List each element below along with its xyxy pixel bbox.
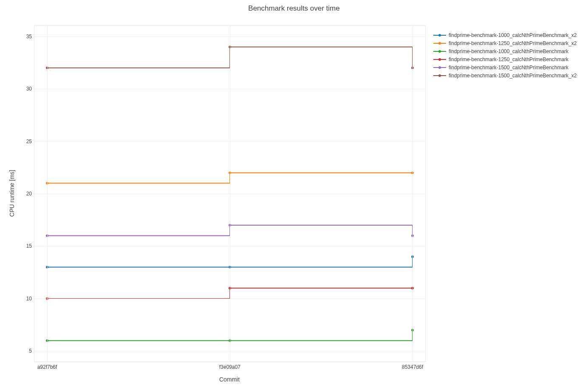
legend-swatch-icon: [433, 65, 446, 70]
legend-swatch-icon: [433, 49, 446, 54]
x-axis-title: Commit: [219, 376, 240, 383]
legend-swatch-icon: [433, 57, 446, 62]
grid-line-vertical: [230, 26, 230, 362]
chart-container: Benchmark results over time CPU runtime …: [0, 0, 588, 390]
legend-item[interactable]: findprime-benchmark-1000_calcNthPrimeBen…: [433, 48, 577, 55]
x-tick-label: 85347d6f: [402, 362, 423, 370]
y-tick-label: 20: [26, 191, 34, 197]
legend-swatch-icon: [433, 73, 446, 78]
grid-line-vertical: [413, 26, 413, 362]
legend-item[interactable]: findprime-benchmark-1250_calcNthPrimeBen…: [433, 40, 577, 47]
legend-item[interactable]: findprime-benchmark-1500_calcNthPrimeBen…: [433, 64, 577, 71]
grid-line-vertical: [47, 26, 48, 362]
legend-item[interactable]: findprime-benchmark-1500_calcNthPrimeBen…: [433, 72, 577, 79]
y-tick-label: 30: [26, 86, 34, 92]
legend-label: findprime-benchmark-1500_calcNthPrimeBen…: [449, 65, 568, 71]
chart-title: Benchmark results over time: [0, 4, 588, 13]
legend-label: findprime-benchmark-1000_calcNthPrimeBen…: [449, 32, 577, 38]
legend-swatch-icon: [433, 41, 446, 46]
legend-label: findprime-benchmark-1000_calcNthPrimeBen…: [449, 48, 568, 54]
plot-area[interactable]: 5101520253035a92f7b6ff3e09a0785347d6f: [34, 25, 426, 362]
legend-item[interactable]: findprime-benchmark-1000_calcNthPrimeBen…: [433, 32, 577, 39]
legend-item[interactable]: findprime-benchmark-1250_calcNthPrimeBen…: [433, 56, 577, 63]
legend-label: findprime-benchmark-1250_calcNthPrimeBen…: [449, 40, 577, 46]
y-axis-title: CPU runtime [ms]: [8, 170, 15, 217]
x-tick-label: f3e09a07: [219, 362, 240, 370]
y-tick-label: 10: [26, 296, 34, 302]
legend-label: findprime-benchmark-1500_calcNthPrimeBen…: [449, 73, 577, 79]
legend[interactable]: findprime-benchmark-1000_calcNthPrimeBen…: [433, 32, 577, 80]
y-tick-label: 25: [26, 138, 34, 144]
x-tick-label: a92f7b6f: [37, 362, 57, 370]
y-tick-label: 5: [29, 348, 34, 354]
y-tick-label: 15: [26, 243, 34, 249]
legend-swatch-icon: [433, 33, 446, 38]
legend-label: findprime-benchmark-1250_calcNthPrimeBen…: [449, 57, 568, 62]
y-tick-label: 35: [26, 34, 34, 40]
